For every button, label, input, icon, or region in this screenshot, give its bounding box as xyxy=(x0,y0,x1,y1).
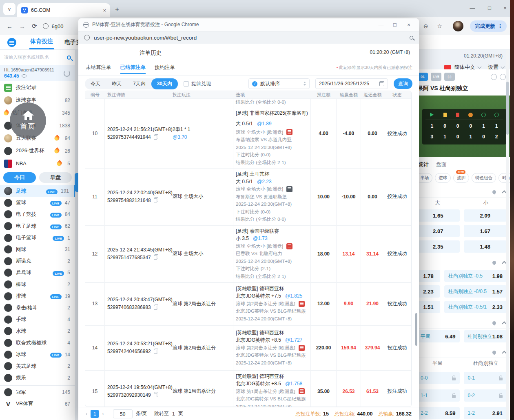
eye-icon[interactable] xyxy=(22,74,27,78)
tab-markets[interactable]: 盘面 xyxy=(436,161,447,168)
popup-address-bar[interactable]: user-pc-new.youbaokun.com/#/bet_record xyxy=(78,31,419,44)
sidebar-item-手球[interactable]: 手球4 xyxy=(0,314,75,326)
prev-page-button[interactable]: ‹ xyxy=(86,411,87,417)
score-odds-button[interactable]: 0-2 xyxy=(464,389,507,402)
sidebar-item-篮球[interactable]: 篮球LIVE47 xyxy=(0,197,75,209)
window-minimize-button[interactable]: — xyxy=(468,5,476,11)
sidebar-item-娱乐[interactable]: 娱乐2 xyxy=(0,372,75,384)
score-odds-button[interactable]: 0-0 xyxy=(417,372,460,384)
tab-search-chevron-button[interactable]: v xyxy=(3,3,16,15)
profile-avatar[interactable] xyxy=(453,21,463,31)
odds-button[interactable]: 1.51 xyxy=(417,301,440,313)
address-search-icon[interactable] xyxy=(410,36,413,40)
tab-已结算注单[interactable]: 已结算注单 xyxy=(120,62,146,74)
date-range-input[interactable]: 2025/11/26-2025/12/25 xyxy=(315,78,388,89)
reload-button[interactable]: ⟳ xyxy=(32,22,37,30)
current-page-button[interactable]: 1 xyxy=(91,410,99,418)
sidebar-item-冠军[interactable]: 冠军145 xyxy=(0,387,75,398)
pin-icon[interactable] xyxy=(492,260,497,265)
score-odds-button[interactable]: 1-22.91 xyxy=(464,407,507,419)
tab-live-view[interactable]: LIVE xyxy=(431,73,441,81)
range-pill-7天内[interactable]: 7天内 xyxy=(127,78,151,89)
league-search-input[interactable]: 请输入联赛名或球队名 xyxy=(0,50,75,65)
market-pill-特色组合[interactable]: 特色组合 xyxy=(472,173,496,183)
search-icon[interactable] xyxy=(67,56,71,60)
sort-select[interactable]: ✓ 默认排序 xyxy=(248,78,310,89)
copy-icon[interactable] xyxy=(154,198,157,202)
match-stats-icon[interactable] xyxy=(299,388,305,394)
new-tab-button[interactable]: + xyxy=(115,5,119,13)
odds-button[interactable]: 1.65 xyxy=(417,209,460,222)
jump-page-input[interactable]: 1 xyxy=(172,411,175,417)
browser-tab[interactable]: 6G.COM × xyxy=(17,3,110,17)
chrome-update-button[interactable]: 完成更新 ⋮ xyxy=(470,20,507,32)
tab-stats[interactable]: 统计 xyxy=(418,161,429,168)
sidebar-item-斯诺克[interactable]: 斯诺克2 xyxy=(0,256,75,267)
nav-sports-betting[interactable]: 体育投注 xyxy=(29,35,54,49)
popup-maximize-button[interactable]: □ xyxy=(390,22,400,28)
copy-icon[interactable] xyxy=(154,393,157,397)
browser-menu-icon[interactable]: ⋮ xyxy=(498,23,503,29)
popup-close-button[interactable]: × xyxy=(403,22,414,28)
sidebar-item-冰球[interactable]: 冰球LIVE14 xyxy=(0,349,75,360)
sidebar-item-排球[interactable]: 排球LIVE19 xyxy=(0,290,75,302)
sidebar-item-水球[interactable]: 水球2 xyxy=(0,325,75,337)
panel-scrollbar-thumb[interactable] xyxy=(506,82,509,135)
collapsed-panel-handle[interactable] xyxy=(75,173,78,192)
score-odds-button[interactable]: 2-28.59 xyxy=(417,407,460,419)
range-pill-今天[interactable]: 今天 xyxy=(85,78,106,89)
odds-button[interactable]: 2.35 xyxy=(417,240,460,253)
window-maximize-button[interactable]: □ xyxy=(485,5,494,11)
sidebar-item-电子篮球[interactable]: 电子篮球LIVE1 xyxy=(0,232,75,244)
calendar-icon[interactable] xyxy=(379,81,384,86)
range-pill-30天内[interactable]: 30天内 xyxy=(151,78,178,89)
odds-button[interactable]: 杜尚别独立 -0.5/12.33 xyxy=(444,301,507,313)
odds-button[interactable]: 1.78 xyxy=(417,270,440,282)
home-floating-button[interactable]: 首页 xyxy=(10,102,46,139)
odds-button[interactable]: 平局6.49 xyxy=(417,330,460,342)
refresh-icon[interactable] xyxy=(500,74,506,80)
odds-button[interactable]: 杜尚别独立1.08 xyxy=(464,330,507,342)
zoom-out-icon[interactable]: ⊖ xyxy=(423,23,428,29)
popup-titlebar[interactable]: PM体育-亚洲在线体育竞猜投注 - Google Chrome — □ × xyxy=(78,18,419,31)
tab-预约注单[interactable]: 预约注单 xyxy=(155,62,175,71)
odds-button[interactable]: 杜尚别独立 -0.51.98 xyxy=(444,270,507,282)
sidebar-item-拳击/格斗[interactable]: 拳击/格斗2 xyxy=(0,302,75,314)
search-button[interactable]: 查询 xyxy=(394,78,412,89)
pin-icon[interactable] xyxy=(492,350,497,355)
sidebar-item-电子竞技[interactable]: 电子竞技LIVE84 xyxy=(0,209,75,220)
copy-icon[interactable] xyxy=(154,136,157,140)
score-odds-button[interactable]: 1-1 xyxy=(417,389,460,402)
popup-minimize-button[interactable]: — xyxy=(376,22,386,28)
tab-today[interactable]: 今日 xyxy=(3,172,36,183)
odds-button[interactable]: 2.07 xyxy=(417,225,460,237)
sidebar-item-乒乓球[interactable]: 乒乓球LIVE5 xyxy=(0,267,75,279)
sidebar-item-VR体育[interactable]: VVR体育67 xyxy=(0,398,75,410)
refresh-balance-icon[interactable] xyxy=(64,70,70,77)
sidebar-item-滚球赛事[interactable]: 滚球赛事82 xyxy=(0,94,75,107)
window-close-button[interactable]: × xyxy=(501,5,509,11)
site-info-icon[interactable] xyxy=(43,23,49,29)
sidebar-item-联合式橄榄球[interactable]: 联合式橄榄球4 xyxy=(0,337,75,349)
odds-button[interactable]: 1.67 xyxy=(464,225,507,237)
site-info-icon[interactable] xyxy=(84,35,90,40)
match-stats-icon[interactable] xyxy=(286,186,292,192)
market-pill-波胆[interactable]: 波胆NEW xyxy=(453,173,469,183)
odds-button[interactable]: 杜尚别独立 -0/0.51.57 xyxy=(444,285,507,298)
copy-icon[interactable] xyxy=(154,350,157,354)
odds-button[interactable]: 2.09 xyxy=(464,209,507,222)
sidebar-item-美式足球[interactable]: 美式足球2 xyxy=(0,360,75,372)
range-pill-昨天[interactable]: 昨天 xyxy=(106,78,127,89)
back-button[interactable]: ← xyxy=(7,23,13,30)
pin-icon[interactable] xyxy=(492,189,497,195)
sidebar-item-棒球[interactable]: 棒球2 xyxy=(0,279,75,291)
match-stats-icon[interactable] xyxy=(286,243,292,249)
pin-icon[interactable] xyxy=(492,320,497,326)
bookmark-star-icon[interactable]: ☆ xyxy=(437,23,442,29)
copy-icon[interactable] xyxy=(154,256,157,260)
sidebar-item-投注记录[interactable]: 投注记录 xyxy=(0,81,75,94)
score-odds-button[interactable]: 0-1 xyxy=(464,372,507,384)
match-stats-icon[interactable] xyxy=(286,129,292,135)
match-stats-icon[interactable] xyxy=(299,301,305,307)
early-cashout-checkbox[interactable] xyxy=(184,81,189,87)
